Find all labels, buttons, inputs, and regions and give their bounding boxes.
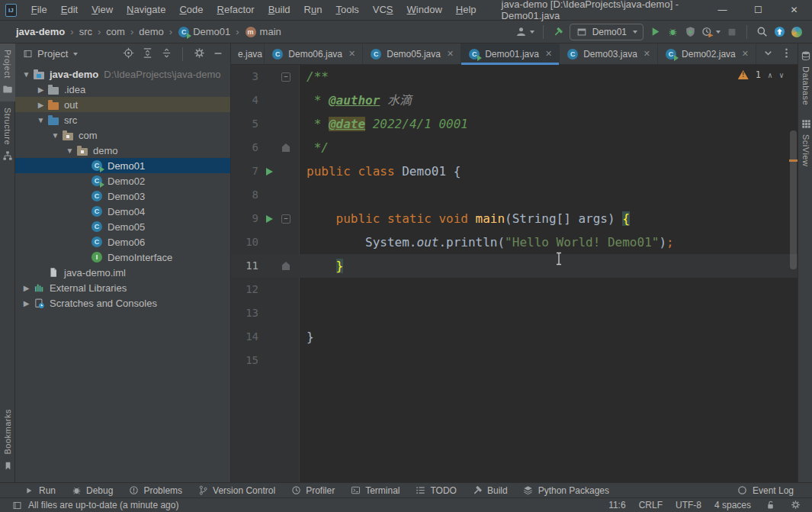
- menu-refactor[interactable]: Refactor: [210, 0, 262, 21]
- run-configuration-select[interactable]: Demo01: [570, 24, 644, 40]
- close-tab-icon[interactable]: ✕: [348, 49, 355, 59]
- menu-view[interactable]: View: [85, 0, 120, 21]
- tree-item-demo03[interactable]: CDemo03: [15, 188, 230, 204]
- chevron-down-icon[interactable]: [73, 53, 78, 56]
- warning-icon[interactable]: !: [738, 70, 749, 79]
- fold-marker-icon[interactable]: −: [281, 72, 290, 82]
- tab-demo01.java[interactable]: CDemo01.java✕: [461, 43, 560, 64]
- tree-item-scratches and consoles[interactable]: ▶Scratches and Consoles: [15, 295, 230, 311]
- tree-item-.idea[interactable]: ▶.idea: [15, 82, 230, 97]
- close-tab-icon[interactable]: ✕: [644, 49, 650, 59]
- indent-style[interactable]: 4 spaces: [714, 500, 751, 510]
- tree-item-demo06[interactable]: CDemo06: [15, 234, 230, 250]
- file-encoding[interactable]: UTF-8: [676, 500, 701, 510]
- tree-item-src[interactable]: ▼src: [15, 112, 230, 127]
- menu-edit[interactable]: Edit: [54, 0, 85, 21]
- menu-file[interactable]: File: [24, 0, 54, 21]
- tree-collapse-arrow-icon[interactable]: ▼: [20, 70, 33, 79]
- code-line[interactable]: 12: [231, 278, 798, 301]
- tree-collapse-arrow-icon[interactable]: ▼: [34, 116, 47, 124]
- target-button[interactable]: [122, 47, 134, 61]
- menu-build[interactable]: Build: [262, 0, 297, 21]
- breadcrumb-com[interactable]: com: [104, 25, 127, 38]
- breadcrumb-demo01[interactable]: CDemo01: [175, 25, 233, 39]
- tree-expand-arrow-icon[interactable]: ▶: [20, 284, 33, 292]
- tree-item-demo05[interactable]: CDemo05: [15, 219, 230, 234]
- editor-scrollbar[interactable]: [790, 130, 797, 269]
- tree-item-external libraries[interactable]: ▶External Libraries: [15, 280, 230, 295]
- code-line[interactable]: 4 * @author 水滴: [231, 89, 798, 112]
- tool-button-profiler[interactable]: Profiler: [290, 485, 335, 497]
- tab-demo05.java[interactable]: CDemo05.java✕: [363, 43, 461, 64]
- menu-help[interactable]: Help: [449, 0, 483, 21]
- code-line[interactable]: 5 * @date 2022/4/1 0001: [231, 112, 798, 136]
- next-issue-chevron-icon[interactable]: ∨: [779, 71, 784, 79]
- tree-item-demo01[interactable]: CDemo01: [15, 158, 230, 173]
- code-line[interactable]: 8: [231, 183, 798, 207]
- tab-list-button[interactable]: [762, 47, 774, 61]
- code-editor[interactable]: 3−/**4 * @author 水滴5 * @date 2022/4/1 00…: [231, 65, 798, 482]
- warning-stripe-mark[interactable]: [789, 159, 798, 162]
- tool-stripe-project[interactable]: Project: [0, 43, 15, 101]
- run-line-button[interactable]: [266, 215, 273, 223]
- tree-item-java-demo.iml[interactable]: java-demo.iml: [15, 265, 230, 280]
- tool-button-debug[interactable]: Debug: [70, 485, 113, 497]
- play-button[interactable]: [649, 26, 661, 38]
- tool-button-terminal[interactable]: Terminal: [349, 485, 400, 497]
- tree-item-demointerface[interactable]: IDemoInterface: [15, 250, 230, 265]
- tree-item-out[interactable]: ▶out: [15, 97, 230, 112]
- code-line[interactable]: 7public class Demo01 {: [231, 159, 798, 183]
- gear-sm-button[interactable]: [789, 498, 801, 512]
- update-button[interactable]: [773, 26, 785, 38]
- project-panel-title[interactable]: Project: [37, 48, 68, 60]
- user-button[interactable]: [515, 26, 534, 38]
- code-line[interactable]: 9− public static void main(String[] args…: [231, 207, 798, 230]
- tree-item-demo02[interactable]: CDemo02: [15, 173, 230, 188]
- breadcrumb-main[interactable]: mmain: [242, 25, 284, 39]
- tool-button-python-packages[interactable]: Python Packages: [522, 485, 609, 497]
- tool-button-run[interactable]: Run: [23, 485, 56, 497]
- gear-button[interactable]: [193, 47, 205, 61]
- tab-e.java[interactable]: e.java✕: [231, 43, 265, 64]
- breadcrumb-java-demo[interactable]: java-demo: [14, 25, 67, 38]
- tool-stripe-bookmarks[interactable]: Bookmarks: [0, 403, 15, 478]
- tool-button-event-log[interactable]: Event Log: [737, 485, 794, 497]
- tab-demo03.java[interactable]: CDemo03.java✕: [560, 43, 658, 64]
- tool-stripe-database[interactable]: Database: [798, 43, 812, 111]
- tree-item-demo[interactable]: ▼demo: [15, 143, 230, 158]
- minimize-button[interactable]: —: [704, 0, 740, 21]
- maximize-button[interactable]: ☐: [740, 0, 776, 21]
- tree-item-java-demo[interactable]: ▼java-demoD:\IdeaProjects\java-demo: [15, 66, 230, 82]
- tool-button-version-control[interactable]: Version Control: [197, 485, 275, 497]
- tab-demo02.java[interactable]: CDemo02.java✕: [658, 43, 756, 64]
- tree-collapse-arrow-icon[interactable]: ▼: [63, 147, 76, 155]
- close-tab-icon[interactable]: ✕: [742, 49, 749, 59]
- debug-button[interactable]: [666, 26, 679, 38]
- tree-expand-arrow-icon[interactable]: ▶: [34, 85, 47, 94]
- stop-button[interactable]: [726, 26, 738, 38]
- tool-button-todo[interactable]: TODO: [415, 485, 457, 497]
- fold-end-marker-icon[interactable]: [282, 262, 290, 270]
- caret-position[interactable]: 11:6: [608, 500, 625, 510]
- menu-run[interactable]: Run: [297, 0, 329, 21]
- lock-button[interactable]: [764, 498, 776, 512]
- menu-window[interactable]: Window: [400, 0, 449, 21]
- coverage-button[interactable]: [684, 26, 696, 38]
- tool-button-build[interactable]: Build: [471, 485, 508, 497]
- menu-vcs[interactable]: VCS: [366, 0, 400, 21]
- code-line[interactable]: 15: [231, 349, 798, 372]
- hide-button[interactable]: [212, 47, 224, 61]
- tool-stripe-sciview[interactable]: SciView: [798, 111, 812, 172]
- code-line[interactable]: 3−/**: [231, 65, 798, 89]
- fold-end-marker-icon[interactable]: [282, 143, 290, 152]
- close-tab-icon[interactable]: ✕: [545, 49, 552, 59]
- tool-stripe-structure[interactable]: Structure: [0, 101, 15, 168]
- menu-code[interactable]: Code: [172, 0, 210, 21]
- prev-issue-chevron-icon[interactable]: ∧: [768, 71, 772, 79]
- sphere-button[interactable]: [791, 26, 803, 38]
- menu-tools[interactable]: Tools: [329, 0, 365, 21]
- fold-marker-icon[interactable]: −: [281, 214, 290, 224]
- line-separator[interactable]: CRLF: [639, 500, 663, 510]
- tool-button-problems[interactable]: Problems: [127, 485, 182, 497]
- close-tab-icon[interactable]: ✕: [447, 49, 454, 59]
